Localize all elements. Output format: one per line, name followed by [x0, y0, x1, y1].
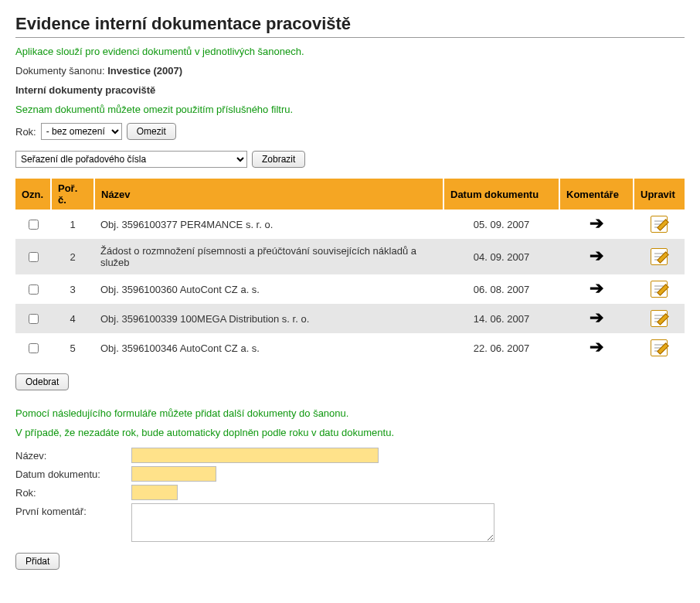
- zobrazit-button[interactable]: Zobrazit: [252, 151, 305, 168]
- comment-textarea[interactable]: [131, 503, 494, 542]
- add-note-2: V případě, že nezadáte rok, bude automat…: [15, 427, 685, 438]
- section-subheading: Interní dokumenty pracoviště: [15, 84, 685, 96]
- row-checkbox[interactable]: [29, 343, 39, 353]
- arrow-right-icon[interactable]: ➔: [590, 312, 603, 323]
- form-comment-label: První komentář:: [15, 503, 131, 517]
- year-select[interactable]: - bez omezení -: [41, 123, 122, 140]
- arrow-right-icon[interactable]: ➔: [590, 342, 603, 353]
- form-nazev-label: Název:: [15, 448, 131, 462]
- row-date: 05. 09. 2007: [443, 210, 559, 239]
- pridat-button[interactable]: Přidat: [15, 553, 59, 570]
- edit-icon[interactable]: [651, 339, 668, 356]
- row-por: 5: [51, 333, 94, 363]
- row-nazev: Žádost o rozmnožení písemnosti a přeúčto…: [94, 239, 443, 274]
- binder-line: Dokumenty šanonu: Investice (2007): [15, 65, 685, 77]
- filter-note: Seznam dokumentů můžete omezit použitím …: [15, 104, 685, 115]
- table-row: 3Obj. 3596100360 AutoCont CZ a. s.06. 08…: [15, 274, 685, 304]
- row-date: 14. 06. 2007: [443, 304, 559, 333]
- row-checkbox[interactable]: [29, 220, 39, 230]
- row-nazev: Obj. 3596100377 PER4MANCE s. r. o.: [94, 210, 443, 239]
- date-input[interactable]: [131, 466, 216, 482]
- edit-icon[interactable]: [651, 216, 668, 233]
- title-rule: [15, 37, 685, 38]
- edit-icon[interactable]: [651, 310, 668, 327]
- table-row: 2Žádost o rozmnožení písemnosti a přeúčt…: [15, 239, 685, 274]
- binder-value: Investice (2007): [107, 65, 182, 77]
- omezit-button[interactable]: Omezit: [127, 123, 176, 140]
- row-por: 4: [51, 304, 94, 333]
- edit-icon[interactable]: [651, 248, 668, 265]
- rok-input[interactable]: [131, 485, 178, 500]
- row-checkbox[interactable]: [29, 252, 39, 262]
- documents-table: Ozn. Poř. č. Název Datum dokumentu Komen…: [15, 179, 685, 363]
- row-checkbox[interactable]: [29, 314, 39, 324]
- col-date: Datum dokumentu: [443, 179, 559, 210]
- form-rok-label: Rok:: [15, 485, 131, 499]
- sort-select[interactable]: Seřazení dle pořadového čísla: [15, 151, 247, 168]
- form-date-label: Datum dokumentu:: [15, 466, 131, 480]
- add-note-1: Pomocí následujícího formuláře můžete př…: [15, 407, 685, 419]
- row-date: 04. 09. 2007: [443, 239, 559, 274]
- table-row: 4Obj. 3596100339 100MEGA Distribution s.…: [15, 304, 685, 333]
- row-date: 06. 08. 2007: [443, 274, 559, 304]
- col-upr: Upravit: [634, 179, 685, 210]
- page-title: Evidence interní dokumentace pracoviště: [15, 14, 685, 34]
- row-nazev: Obj. 3596100360 AutoCont CZ a. s.: [94, 274, 443, 304]
- row-date: 22. 06. 2007: [443, 333, 559, 363]
- table-row: 5Obj. 3596100346 AutoCont CZ a. s.22. 06…: [15, 333, 685, 363]
- arrow-right-icon[interactable]: ➔: [590, 250, 603, 261]
- row-por: 1: [51, 210, 94, 239]
- binder-label: Dokumenty šanonu:: [15, 65, 105, 77]
- app-description: Aplikace slouží pro evidenci dokumentů v…: [15, 46, 685, 57]
- row-nazev: Obj. 3596100346 AutoCont CZ a. s.: [94, 333, 443, 363]
- row-nazev: Obj. 3596100339 100MEGA Distribution s. …: [94, 304, 443, 333]
- row-por: 2: [51, 239, 94, 274]
- year-label: Rok:: [15, 126, 36, 138]
- col-nazev: Název: [94, 179, 443, 210]
- col-kom: Komentáře: [559, 179, 634, 210]
- edit-icon[interactable]: [651, 281, 668, 298]
- col-por: Poř. č.: [51, 179, 94, 210]
- arrow-right-icon[interactable]: ➔: [590, 283, 603, 294]
- odebrat-button[interactable]: Odebrat: [15, 373, 69, 390]
- arrow-right-icon[interactable]: ➔: [590, 218, 603, 229]
- row-checkbox[interactable]: [29, 284, 39, 295]
- col-ozn: Ozn.: [15, 179, 51, 210]
- nazev-input[interactable]: [131, 448, 379, 463]
- row-por: 3: [51, 274, 94, 304]
- table-row: 1Obj. 3596100377 PER4MANCE s. r. o.05. 0…: [15, 210, 685, 239]
